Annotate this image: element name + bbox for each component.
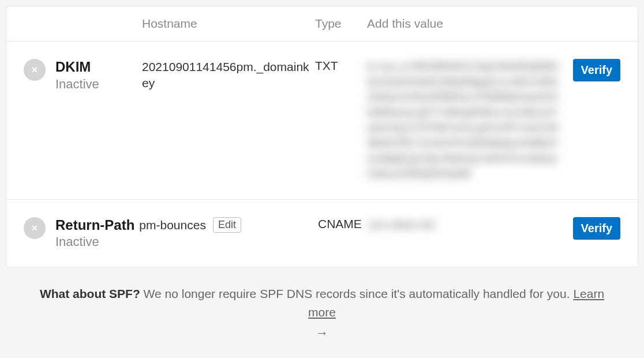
spf-note-bold: What about SPF? <box>40 287 140 300</box>
header-value: Add this value <box>367 17 568 31</box>
header-hostname: Hostname <box>142 17 315 31</box>
edit-button-return-path[interactable]: Edit <box>213 217 241 233</box>
record-row-dkim: DKIM Inactive 20210901141456pm._domainke… <box>6 41 638 199</box>
verify-button-dkim[interactable]: Verify <box>573 59 620 81</box>
spf-note-text: We no longer require SPF DNS records sin… <box>140 287 574 300</box>
type-return-path: CNAME <box>318 217 370 231</box>
record-status-dkim: Inactive <box>55 77 142 92</box>
hostname-return-path: pm-bounces <box>139 218 206 232</box>
record-name-return-path: Return-Path <box>55 217 134 233</box>
inactive-icon <box>24 217 46 239</box>
record-status-return-path: Inactive <box>55 234 318 249</box>
dns-records-table: Hostname Type Add this value DKIM Inacti… <box>6 6 638 267</box>
type-dkim: TXT <box>315 59 367 73</box>
record-name-dkim: DKIM <box>55 59 142 76</box>
verify-button-return-path[interactable]: Verify <box>573 217 620 240</box>
arrow-icon: → <box>29 323 615 342</box>
inactive-icon <box>24 59 46 81</box>
value-return-path-blurred: pm.mtasv.net <box>370 217 560 233</box>
spf-note: What about SPF? We no longer require SPF… <box>6 267 638 348</box>
header-type: Type <box>315 17 367 31</box>
value-dkim-blurred: k=rsa; p=MIGfMA0GCSqGSIb3DQEBAQUAA4GNADC… <box>367 59 560 182</box>
table-header: Hostname Type Add this value <box>6 6 638 41</box>
record-row-return-path: Return-Path pm-bounces Edit Inactive CNA… <box>6 199 638 267</box>
hostname-dkim: 20210901141456pm._domainkey <box>142 59 315 92</box>
